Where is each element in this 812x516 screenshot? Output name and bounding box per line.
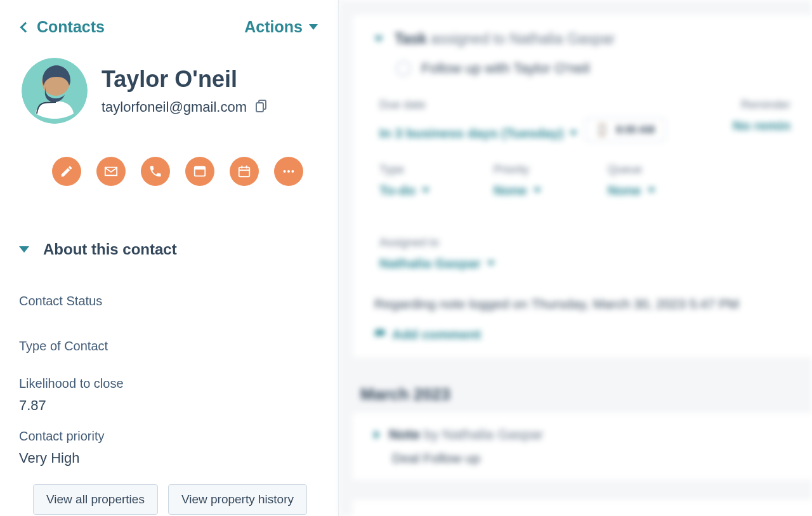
copy-icon[interactable] — [256, 100, 267, 115]
timeline-month-header: March 2023 — [339, 372, 812, 412]
contact-left-panel: Contacts Actions — [0, 0, 339, 516]
contact-status-label: Contact Status — [19, 294, 317, 308]
priority-dropdown[interactable]: None — [494, 183, 541, 198]
comment-icon — [374, 329, 386, 340]
svg-rect-5 — [195, 167, 206, 170]
task-title: Follow up with Taylor O'neil — [421, 60, 589, 77]
contact-name: Taylor O'neil — [102, 66, 267, 93]
regarding-text: Regarding note logged on Thursday, March… — [374, 296, 790, 312]
caret-down-icon[interactable] — [374, 36, 383, 42]
due-date-label: Due date — [379, 98, 665, 112]
svg-rect-6 — [239, 168, 250, 177]
actions-label: Actions — [244, 18, 303, 36]
view-property-history-button[interactable]: View property history — [168, 484, 307, 515]
caret-down-icon — [309, 24, 318, 30]
queue-label: Queue — [608, 163, 684, 176]
type-of-contact-label: Type of Contact — [19, 339, 317, 354]
assigned-dropdown[interactable]: Nathalia Gaspar — [379, 256, 495, 271]
actions-dropdown[interactable]: Actions — [244, 18, 318, 36]
meeting-button[interactable] — [230, 157, 259, 186]
contact-action-buttons — [52, 157, 318, 186]
log-button[interactable] — [185, 157, 214, 186]
caret-down-icon — [422, 188, 429, 193]
task-header: Task assigned to Nathalia Gaspar — [395, 30, 615, 48]
reminder-label: Reminder — [714, 98, 790, 112]
due-date-dropdown[interactable]: In 3 business days (Tuesday) — [379, 126, 577, 141]
likelihood-value: 7.87 — [19, 397, 317, 414]
likelihood-label: Likelihood to close — [19, 376, 317, 391]
task-checkbox[interactable] — [396, 61, 411, 76]
type-label: Type — [379, 163, 455, 176]
queue-dropdown[interactable]: None — [608, 183, 655, 198]
marketing-email-card[interactable]: Marketing email sent to Taylor O'neil <t… — [353, 499, 812, 516]
note-card[interactable]: Note by Nathalia Gaspar Deal Follow up — [353, 412, 812, 480]
note-body: Deal Follow up — [392, 451, 790, 466]
avatar-illustration — [22, 58, 88, 124]
about-section-toggle[interactable]: About this contact — [19, 241, 317, 258]
view-all-properties-button[interactable]: View all properties — [33, 484, 158, 515]
call-button[interactable] — [141, 157, 170, 186]
caret-down-icon — [19, 246, 29, 253]
caret-down-icon — [534, 188, 541, 193]
caret-down-icon — [570, 131, 577, 136]
activity-timeline: Task assigned to Nathalia Gaspar Follow … — [339, 0, 812, 516]
note-button[interactable] — [52, 157, 81, 186]
assigned-label: Assigned to — [379, 236, 495, 249]
priority-field-label: Priority — [494, 163, 570, 176]
svg-point-10 — [284, 170, 286, 173]
add-comment-button[interactable]: Add comment — [374, 327, 481, 342]
svg-rect-3 — [256, 103, 263, 112]
priority-label: Contact priority — [19, 429, 317, 444]
due-time-input[interactable]: ⌚8:00 AM — [585, 118, 665, 142]
task-card[interactable]: Task assigned to Nathalia Gaspar Follow … — [353, 15, 812, 358]
type-dropdown[interactable]: To-do — [379, 183, 429, 198]
svg-point-12 — [291, 170, 294, 173]
caret-right-icon[interactable] — [374, 430, 380, 439]
reminder-dropdown[interactable]: No remin — [733, 118, 790, 133]
svg-point-11 — [287, 170, 290, 173]
email-button[interactable] — [96, 157, 126, 186]
priority-value: Very High — [19, 450, 317, 466]
chevron-left-icon — [20, 22, 31, 32]
avatar[interactable] — [22, 58, 88, 124]
more-button[interactable] — [274, 157, 303, 186]
caret-down-icon — [648, 188, 655, 193]
clock-icon: ⌚ — [596, 124, 608, 136]
about-section-title: About this contact — [43, 241, 177, 258]
back-to-contacts[interactable]: Contacts — [22, 18, 105, 36]
contact-email[interactable]: taylorfoneil@gmail.com — [102, 99, 247, 116]
caret-down-icon — [487, 261, 495, 266]
back-label: Contacts — [37, 18, 105, 36]
